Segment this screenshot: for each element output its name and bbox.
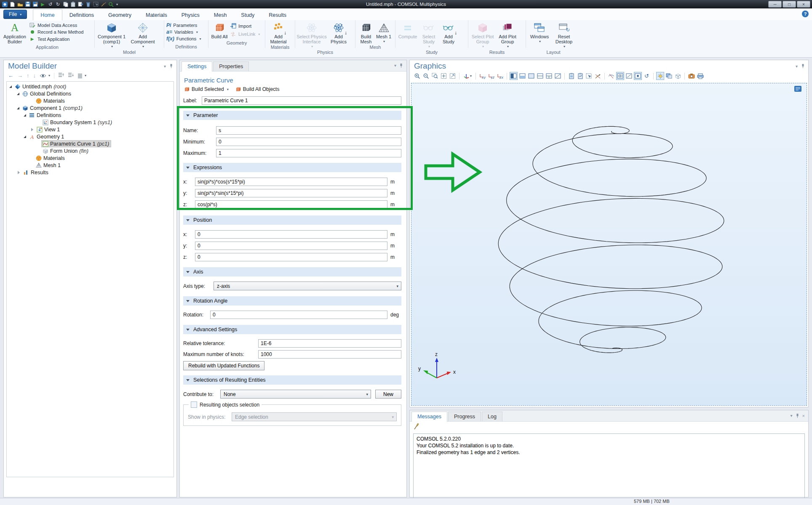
scene-layout-2-icon[interactable] xyxy=(518,72,526,80)
view-hidden-icon[interactable] xyxy=(616,72,624,80)
search-icon[interactable] xyxy=(108,1,114,8)
section-position[interactable]: Position xyxy=(183,215,401,225)
resulting-objects-checkbox[interactable] xyxy=(191,401,197,408)
z-expression-input[interactable]: cos(pi*s) xyxy=(195,200,387,209)
tree-item-mesh1[interactable]: Mesh 1 xyxy=(7,162,174,169)
copy-icon[interactable] xyxy=(62,1,69,8)
application-builder-button[interactable]: A Application Builder xyxy=(1,20,28,44)
snapshot-icon[interactable] xyxy=(687,72,695,80)
tree-item-boundary-system[interactable]: Boundary System 1(sys1) xyxy=(7,119,174,126)
save-icon[interactable] xyxy=(24,1,31,8)
select-frame-icon[interactable] xyxy=(585,72,593,80)
position-z-input[interactable]: 0 xyxy=(195,253,387,261)
scene-light-icon[interactable] xyxy=(656,72,664,80)
contribute-to-dropdown[interactable]: None▾ xyxy=(220,390,371,399)
zoom-to-selection-icon[interactable] xyxy=(449,72,457,80)
add-material-button[interactable]: ↓ Add Material xyxy=(267,20,290,44)
tab-materials[interactable]: Materials xyxy=(139,10,174,20)
panel-menu-icon[interactable]: ▾ xyxy=(796,64,798,69)
mesh1-button[interactable]: Mesh 1▾ xyxy=(375,20,392,44)
tab-definitions[interactable]: Definitions xyxy=(62,10,101,20)
add-plot-group-button[interactable]: Add Plot Group▾ xyxy=(496,20,519,49)
section-rotation-angle[interactable]: Rotation Angle xyxy=(183,296,401,306)
tab-settings[interactable]: Settings xyxy=(182,61,212,72)
tab-study[interactable]: Study xyxy=(234,10,262,20)
axis-type-dropdown[interactable]: z-axis▾ xyxy=(214,282,401,290)
label-input[interactable]: Parametric Curve 1 xyxy=(202,96,401,105)
transparency-icon[interactable] xyxy=(665,72,673,80)
build-all-objects-button[interactable]: Build All Objects xyxy=(235,86,280,92)
copy-plot-icon[interactable] xyxy=(576,72,584,80)
windows-button[interactable]: Windows▾ xyxy=(527,20,552,49)
qat-dropdown-icon[interactable]: ▾ xyxy=(116,3,118,6)
maximize-button[interactable]: □ xyxy=(783,1,796,8)
relative-tolerance-input[interactable]: 1E-6 xyxy=(258,339,401,348)
redo-icon[interactable]: ↻ xyxy=(55,1,61,8)
minimize-button[interactable]: ─ xyxy=(768,1,782,8)
close-button[interactable]: × xyxy=(797,1,810,8)
add-physics-button[interactable]: ↓ Add Physics xyxy=(327,20,350,49)
transfer-icon[interactable] xyxy=(77,1,84,8)
expand-icon[interactable] xyxy=(17,107,19,109)
expand-icon[interactable] xyxy=(31,128,33,131)
expand-icon[interactable] xyxy=(24,136,26,138)
rebuild-with-updated-functions-button[interactable]: Rebuild with Updated Functions xyxy=(183,361,264,370)
zoom-extents-icon[interactable] xyxy=(440,72,448,80)
collapse-all-icon[interactable] xyxy=(68,72,74,79)
forward-icon[interactable]: → xyxy=(17,72,23,79)
zoom-box-icon[interactable] xyxy=(431,72,439,80)
expand-icon[interactable] xyxy=(24,114,26,117)
tree-item-global-definitions[interactable]: Global Definitions xyxy=(7,90,174,97)
print-icon[interactable] xyxy=(696,72,704,80)
tab-geometry[interactable]: Geometry xyxy=(101,10,139,20)
test-application-button[interactable]: ▶ Test Application xyxy=(29,36,83,43)
section-selections[interactable]: Selections of Resulting Entities xyxy=(183,375,401,385)
expand-icon[interactable] xyxy=(9,85,12,88)
section-axis[interactable]: Axis xyxy=(183,267,401,276)
scene-layout-6-icon[interactable] xyxy=(554,72,562,80)
y-expression-input[interactable]: sin(pi*s)*sin(s*15*pi) xyxy=(195,189,387,197)
graphics-canvas[interactable]: z x y xyxy=(411,83,807,406)
tree-item-results[interactable]: Results xyxy=(7,169,174,176)
hide-objects-icon[interactable] xyxy=(607,72,615,80)
expand-all-icon[interactable] xyxy=(58,72,64,79)
tab-log[interactable]: Log xyxy=(482,412,502,421)
section-expressions[interactable]: Expressions xyxy=(183,163,401,172)
view-menu-icon[interactable] xyxy=(794,86,801,92)
xy-view-icon[interactable]: xy xyxy=(478,72,486,80)
panel-menu-icon[interactable]: ▾ xyxy=(791,413,793,418)
panel-menu-icon[interactable]: ▾ xyxy=(394,63,396,68)
open-file-icon[interactable] xyxy=(17,1,23,8)
pin-icon[interactable] xyxy=(169,64,173,69)
pin-icon[interactable] xyxy=(801,64,805,69)
import-button[interactable]: Import xyxy=(230,23,260,29)
maximum-input[interactable]: 1 xyxy=(216,149,401,157)
tree-item-parametric-curve1[interactable]: Parametric Curve 1(pc1) xyxy=(7,140,174,147)
select-box-icon[interactable] xyxy=(93,1,99,8)
build-all-button[interactable]: Build All xyxy=(210,20,229,40)
brush-icon[interactable] xyxy=(100,1,107,8)
clear-messages-icon[interactable] xyxy=(413,423,419,431)
model-data-access-button[interactable]: Model Data Access xyxy=(29,22,83,29)
save-as-icon[interactable] xyxy=(32,1,38,8)
reset-hiding-icon[interactable]: ↺ xyxy=(643,72,651,80)
expand-icon[interactable] xyxy=(18,171,20,174)
scene-layout-3-icon[interactable] xyxy=(527,72,535,80)
build-mesh-button[interactable]: Build Mesh xyxy=(357,20,375,44)
scene-layout-4-icon[interactable] xyxy=(536,72,544,80)
default-3d-view-icon[interactable]: ▾ xyxy=(462,72,473,80)
undo-icon[interactable]: ↺ xyxy=(47,1,53,8)
clear-selection-icon[interactable] xyxy=(594,72,602,80)
tree-item-view1[interactable]: View 1 xyxy=(7,126,174,133)
name-input[interactable]: s xyxy=(216,126,401,135)
back-icon[interactable]: ← xyxy=(8,72,13,79)
rotation-input[interactable]: 0 xyxy=(210,311,387,319)
move-up-icon[interactable]: ↑ xyxy=(27,72,29,79)
build-selected-button[interactable]: Build Selected▾ xyxy=(184,86,229,92)
paste-icon[interactable] xyxy=(70,1,76,8)
zoom-out-icon[interactable] xyxy=(422,72,430,80)
tree-item-root[interactable]: Untitled.mph(root) xyxy=(7,83,174,90)
tab-messages[interactable]: Messages xyxy=(411,412,447,422)
zoom-in-icon[interactable] xyxy=(413,72,421,80)
max-knots-input[interactable]: 1000 xyxy=(258,350,401,359)
